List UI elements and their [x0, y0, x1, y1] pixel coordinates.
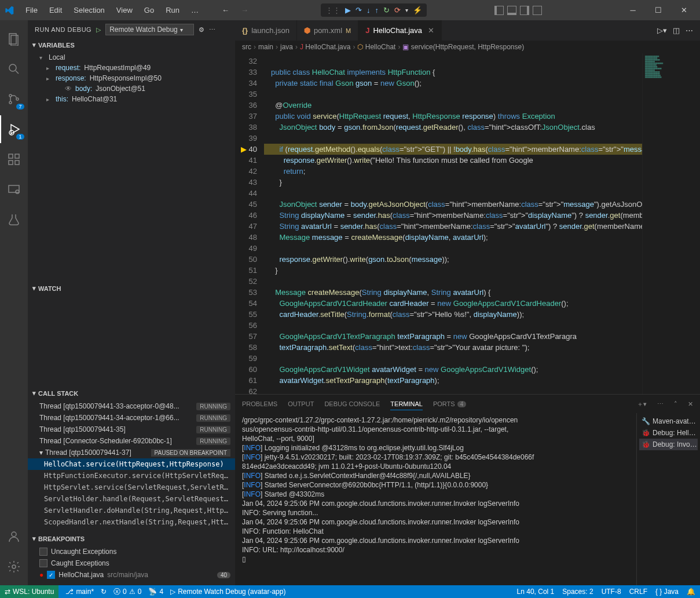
toggle-panel-icon[interactable]	[507, 6, 516, 15]
breadcrumb-item[interactable]: ▣ service(HttpRequest, HttpResponse)	[402, 43, 524, 51]
gear-icon[interactable]: ⚙	[199, 26, 204, 34]
split-editor-icon[interactable]: ◫	[673, 26, 680, 35]
breakpoints-section-header[interactable]: ▾BREAKPOINTS	[28, 533, 235, 545]
code-line[interactable]: String avatarUrl = sender.has(class="hin…	[264, 221, 642, 232]
git-branch[interactable]: ⎇main*	[65, 588, 94, 596]
stack-frame-row[interactable]: HttpServlet.service(ServletRequest,Servl…	[28, 482, 235, 493]
nav-forward[interactable]: →	[236, 3, 253, 17]
code-line[interactable]: public class HelloChat implements HttpFu…	[264, 67, 642, 78]
terminal-instance[interactable]: 🐞Debug: Invo…	[639, 439, 698, 450]
code-line[interactable]: response.getWriter().write("Hello! This …	[264, 155, 642, 166]
dropdown-icon[interactable]: ▾	[405, 7, 408, 13]
close-tab-icon[interactable]: ✕	[428, 26, 434, 35]
code-line[interactable]	[264, 133, 642, 144]
stack-frame-row[interactable]: HttpFunctionExecutor.service(HttpServlet…	[28, 470, 235, 482]
breakpoint-row[interactable]: ● ✓ HelloChat.java src/main/java 40	[28, 569, 235, 581]
panel-tab-problems[interactable]: PROBLEMS	[242, 398, 277, 410]
thread-row[interactable]: Thread [qtp1500079441-35]RUNNING	[28, 424, 235, 435]
breadcrumb-item[interactable]: ⬡ HelloChat	[357, 43, 395, 51]
customize-layout-icon[interactable]	[533, 6, 542, 15]
stack-frame-row[interactable]: HelloChat.service(HttpRequest,HttpRespon…	[28, 458, 235, 470]
variable-row[interactable]: ▸this: HelloChat@31	[28, 94, 235, 104]
editor-tab[interactable]: ⬢pom.xmlM	[297, 20, 358, 41]
drag-handle-icon[interactable]: ⋮⋮	[325, 6, 340, 14]
breadcrumbs[interactable]: src›main›java›J HelloChat.java›⬡ HelloCh…	[235, 41, 700, 53]
caught-exceptions-checkbox[interactable]: Caught Exceptions	[28, 557, 235, 569]
thread-row[interactable]: Thread [qtp1500079441-33-acceptor-0@48..…	[28, 400, 235, 412]
code-line[interactable]: textParagraph.setText(class="hint">text:…	[264, 342, 642, 353]
git-sync[interactable]: ↻	[101, 588, 107, 596]
step-over-icon[interactable]: ↷	[356, 6, 362, 14]
menu-run[interactable]: Run	[161, 3, 184, 17]
minimize-button[interactable]: ─	[621, 2, 644, 19]
watch-section-header[interactable]: ▾WATCH	[28, 282, 235, 294]
panel-tab-output[interactable]: OUTPUT	[288, 398, 314, 410]
editor-tab[interactable]: JHelloChat.java✕	[358, 20, 442, 41]
breadcrumb-item[interactable]: main	[258, 43, 273, 51]
settings-tab[interactable]	[0, 553, 28, 581]
breadcrumb-item[interactable]: java	[280, 43, 293, 51]
continue-icon[interactable]: ▶	[345, 6, 351, 14]
debug-session-indicator[interactable]: ▷Remote Watch Debug (avatar-app)	[170, 588, 285, 596]
panel-close-icon[interactable]: ✕	[688, 400, 693, 408]
search-tab[interactable]	[0, 55, 28, 83]
code-line[interactable]	[264, 276, 642, 287]
menu-more[interactable]: …	[186, 3, 203, 17]
panel-more-icon[interactable]: ⋯	[657, 400, 664, 408]
menu-file[interactable]: File	[21, 3, 42, 17]
menu-selection[interactable]: Selection	[69, 3, 109, 17]
ports-forwarded[interactable]: 📡4	[148, 588, 163, 596]
notifications-icon[interactable]: 🔔	[687, 588, 695, 596]
maximize-button[interactable]: ☐	[647, 2, 670, 19]
more-icon[interactable]: ⋯	[209, 26, 215, 34]
debug-config-select[interactable]: Remote Watch Debug ▾	[105, 24, 194, 35]
paused-thread-row[interactable]: ▾Thread [qtp1500079441-37] PAUSED ON BRE…	[28, 447, 235, 458]
panel-tab-terminal[interactable]: TERMINAL	[390, 398, 423, 410]
callstack-section-header[interactable]: ▾CALL STACK	[28, 387, 235, 399]
remote-indicator[interactable]: ⇄WSL: Ubuntu	[0, 585, 58, 598]
code-line[interactable]	[264, 353, 642, 364]
code-line[interactable]: GoogleAppsCardV1CardHeader cardHeader = …	[264, 298, 642, 309]
code-line[interactable]: GoogleAppsCardV1Widget avatarWidget = ne…	[264, 364, 642, 375]
terminal-output[interactable]: /grpc/grpc-context/1.27.2/grpc-context-1…	[235, 413, 636, 585]
toggle-secondary-sidebar-icon[interactable]	[520, 6, 529, 15]
code-line[interactable]: if (request.getMethod().equals(class="st…	[264, 144, 642, 155]
source-control-tab[interactable]: 7	[0, 85, 28, 113]
variable-row[interactable]: ▸response: HttpResponseImpl@50	[28, 73, 235, 83]
toggle-primary-sidebar-icon[interactable]	[494, 6, 504, 15]
stack-frame-row[interactable]: ServletHandler.doHandle(String,Request,H…	[28, 505, 235, 516]
restart-icon[interactable]: ↻	[383, 6, 390, 14]
code-line[interactable]: GoogleAppsCardV1TextParagraph textParagr…	[264, 331, 642, 342]
indentation[interactable]: Spaces: 2	[562, 588, 593, 596]
code-line[interactable]: return;	[264, 166, 642, 177]
code-line[interactable]	[264, 188, 642, 199]
code-line[interactable]	[264, 89, 642, 100]
stop-icon[interactable]: ⟳	[394, 6, 401, 14]
code-line[interactable]: public void service(HttpRequest request,…	[264, 111, 642, 122]
code-line[interactable]: Message message = createMessage(displayN…	[264, 232, 642, 243]
testing-tab[interactable]	[0, 206, 28, 234]
code-line[interactable]: Message createMessage(String displayName…	[264, 287, 642, 298]
variable-row[interactable]: ▸request: HttpRequestImpl@49	[28, 63, 235, 73]
code-line[interactable]: }	[264, 177, 642, 188]
minimap[interactable]: ████████████████████████████████████████…	[642, 53, 700, 394]
code-line[interactable]: response.getWriter().write(gson.toJson(m…	[264, 254, 642, 265]
hot-reload-icon[interactable]: ⚡	[413, 6, 422, 14]
new-terminal-icon[interactable]: ＋▾	[637, 400, 647, 409]
code-line[interactable]: String displayName = sender.has(class="h…	[264, 210, 642, 221]
start-debug-icon[interactable]: ▷	[96, 26, 101, 34]
step-out-icon[interactable]: ↑	[375, 6, 379, 14]
code-line[interactable]	[264, 243, 642, 254]
extensions-tab[interactable]	[0, 145, 28, 173]
menu-edit[interactable]: Edit	[45, 3, 67, 17]
breadcrumb-item[interactable]: J HelloChat.java	[300, 43, 350, 51]
code-line[interactable]	[264, 386, 642, 394]
remote-explorer-tab[interactable]	[0, 176, 28, 203]
nav-back[interactable]: ←	[217, 3, 234, 17]
code-line[interactable]: private static final Gson gson = new Gso…	[264, 78, 642, 89]
panel-tab-ports[interactable]: PORTS4	[433, 398, 466, 410]
code-line[interactable]: }	[264, 265, 642, 276]
menu-view[interactable]: View	[112, 3, 137, 17]
explorer-tab[interactable]	[0, 25, 28, 53]
encoding[interactable]: UTF-8	[602, 588, 621, 596]
